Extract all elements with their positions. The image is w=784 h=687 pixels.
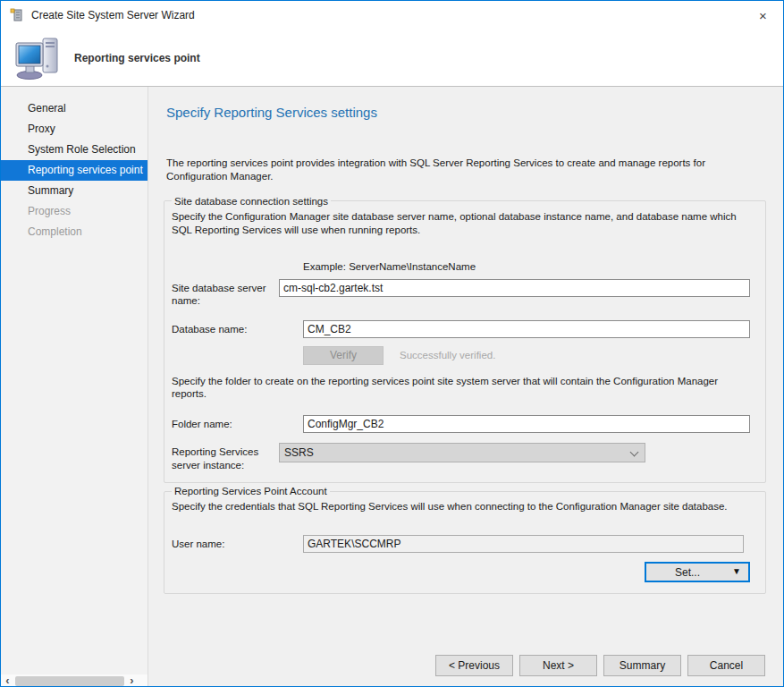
verify-status-text: Successfully verified.	[400, 350, 495, 360]
wizard-body: General Proxy System Role Selection Repo…	[1, 87, 783, 687]
verify-button[interactable]: Verify	[303, 346, 384, 365]
page-intro-text: The reporting services point provides in…	[166, 157, 756, 183]
sidebar-item-system-role-selection[interactable]: System Role Selection	[1, 140, 148, 160]
scrollbar-thumb[interactable]	[15, 676, 124, 686]
sidebar-item-proxy[interactable]: Proxy	[1, 119, 148, 140]
reporting-services-instance-value: SSRS	[284, 446, 314, 459]
folder-name-input[interactable]	[303, 415, 750, 433]
set-account-button-label: Set...	[675, 566, 700, 579]
account-group-title: Reporting Services Point Account	[172, 486, 330, 496]
sidebar-item-completion: Completion	[1, 222, 148, 242]
page-title: Specify Reporting Services settings	[166, 105, 766, 120]
wizard-footer-buttons: < Previous Next > Summary Cancel	[435, 655, 765, 676]
site-database-server-name-label: Site database server name:	[172, 279, 279, 308]
site-database-connection-group: Site database connection settings Specif…	[164, 196, 766, 483]
wizard-page-content: Specify Reporting Services settings The …	[148, 87, 783, 687]
wizard-window: Create Site System Server Wizard × Repor…	[0, 0, 784, 687]
user-name-input[interactable]	[303, 535, 744, 553]
cancel-button[interactable]: Cancel	[687, 655, 765, 676]
previous-button[interactable]: < Previous	[435, 655, 513, 676]
scroll-left-icon[interactable]: ‹	[1, 674, 14, 687]
wizard-step-banner: Reporting services point	[74, 52, 200, 64]
close-icon[interactable]: ×	[743, 1, 783, 30]
title-bar: Create Site System Server Wizard ×	[1, 1, 783, 30]
site-database-connection-group-title: Site database connection settings	[172, 196, 331, 207]
server-name-example: Example: ServerName\InstanceName	[303, 261, 750, 272]
wizard-app-icon	[10, 8, 24, 22]
database-name-input[interactable]	[303, 320, 750, 338]
sidebar-item-progress: Progress	[1, 201, 148, 222]
next-button[interactable]: Next >	[519, 655, 597, 676]
sidebar-item-summary[interactable]: Summary	[1, 181, 148, 201]
sidebar-horizontal-scrollbar[interactable]: ‹ ›	[1, 674, 148, 687]
reporting-services-point-account-group: Reporting Services Point Account Specify…	[164, 486, 766, 594]
sidebar-item-reporting-services-point[interactable]: Reporting services point	[1, 160, 148, 181]
db-group-description: Specify the Configuration Manager site d…	[172, 210, 744, 237]
folder-description: Specify the folder to create on the repo…	[172, 375, 750, 402]
summary-button[interactable]: Summary	[603, 655, 681, 676]
menu-arrow-icon: ▼	[732, 566, 741, 576]
wizard-header: Reporting services point	[1, 30, 783, 87]
reporting-services-instance-dropdown[interactable]: SSRS	[279, 443, 645, 462]
site-database-server-name-input[interactable]	[279, 279, 750, 297]
folder-name-label: Folder name:	[172, 415, 303, 430]
database-name-label: Database name:	[172, 320, 303, 335]
scroll-right-icon[interactable]: ›	[125, 674, 139, 687]
reporting-services-instance-label: Reporting Services server instance:	[172, 443, 279, 471]
user-name-label: User name:	[172, 535, 303, 550]
set-account-button[interactable]: Set... ▼	[645, 562, 750, 582]
wizard-step-sidebar: General Proxy System Role Selection Repo…	[1, 87, 148, 687]
account-group-description: Specify the credentials that SQL Reporti…	[172, 500, 750, 513]
sidebar-item-general[interactable]: General	[1, 98, 148, 119]
window-title: Create Site System Server Wizard	[31, 9, 195, 21]
chevron-down-icon	[630, 448, 639, 457]
site-system-computer-icon	[13, 36, 63, 81]
